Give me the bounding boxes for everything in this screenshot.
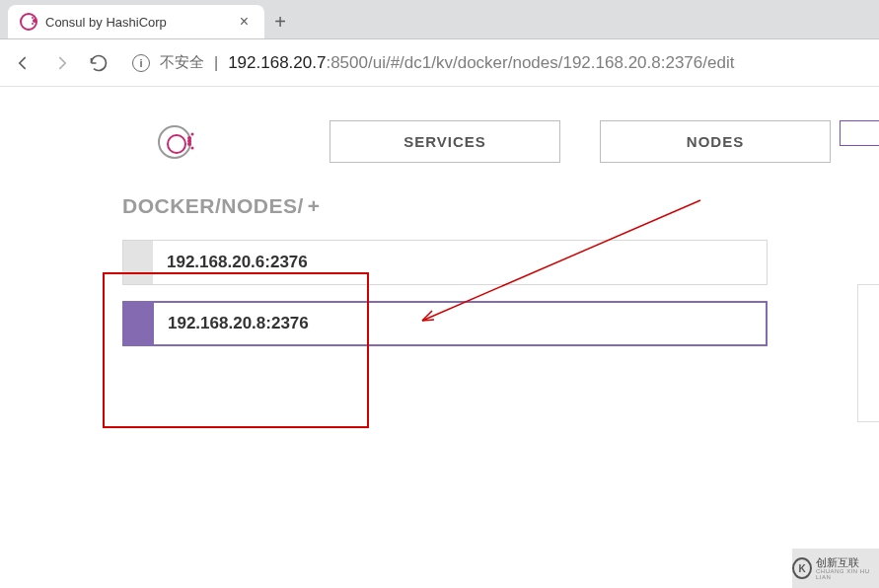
- tab-title: Consul by HashiCorp: [45, 15, 228, 30]
- breadcrumb-add-button[interactable]: +: [308, 194, 320, 218]
- url-host: 192.168.20.7: [228, 53, 326, 72]
- tab-partial-right[interactable]: [840, 120, 879, 146]
- close-icon[interactable]: ×: [236, 13, 253, 31]
- info-icon[interactable]: i: [132, 54, 150, 72]
- side-panel-peek: [857, 284, 879, 422]
- kv-indicator: [123, 241, 153, 284]
- watermark: K 创新互联 CHUANG XIN HU LIAN: [792, 549, 879, 588]
- back-button[interactable]: [12, 51, 36, 75]
- kv-item-label: 192.168.20.6:2376: [153, 241, 308, 284]
- kv-item[interactable]: 192.168.20.8:2376: [122, 301, 768, 346]
- kv-list: 192.168.20.6:2376 192.168.20.8:2376: [122, 240, 768, 346]
- consul-logo-icon[interactable]: [158, 125, 191, 159]
- page-content: SERVICES NODES DOCKER/NODES/ + 192.168.2…: [0, 87, 879, 588]
- nav-tabs: SERVICES NODES: [330, 120, 879, 163]
- tab-nodes[interactable]: NODES: [600, 120, 831, 163]
- url-path: :8500/ui/#/dc1/kv/docker/nodes/192.168.2…: [326, 53, 734, 72]
- browser-tab[interactable]: Consul by HashiCorp ×: [8, 5, 264, 38]
- watermark-logo-icon: K: [792, 557, 812, 579]
- browser-tab-bar: Consul by HashiCorp × +: [0, 0, 879, 39]
- insecure-label: 不安全: [160, 53, 204, 72]
- breadcrumb: DOCKER/NODES/ +: [122, 194, 879, 218]
- url-separator: |: [214, 54, 218, 72]
- kv-indicator: [124, 303, 154, 344]
- consul-favicon: [20, 13, 37, 31]
- url-bar[interactable]: i 不安全 | 192.168.20.7:8500/ui/#/dc1/kv/do…: [124, 53, 867, 73]
- url-text: 192.168.20.7:8500/ui/#/dc1/kv/docker/nod…: [228, 53, 734, 73]
- reload-button[interactable]: [87, 51, 110, 75]
- app-top-nav: SERVICES NODES: [0, 87, 879, 184]
- forward-button[interactable]: [49, 51, 73, 75]
- kv-item[interactable]: 192.168.20.6:2376: [122, 240, 768, 285]
- breadcrumb-path[interactable]: DOCKER/NODES/: [122, 194, 304, 218]
- new-tab-button[interactable]: +: [264, 5, 296, 38]
- tab-services[interactable]: SERVICES: [330, 120, 560, 163]
- content-area: DOCKER/NODES/ + 192.168.20.6:2376 192.16…: [0, 184, 879, 346]
- kv-item-label: 192.168.20.8:2376: [154, 303, 309, 344]
- browser-nav-bar: i 不安全 | 192.168.20.7:8500/ui/#/dc1/kv/do…: [0, 39, 879, 87]
- watermark-sub: CHUANG XIN HU LIAN: [816, 568, 879, 580]
- watermark-brand: 创新互联: [816, 556, 859, 568]
- watermark-text: 创新互联 CHUANG XIN HU LIAN: [816, 557, 879, 580]
